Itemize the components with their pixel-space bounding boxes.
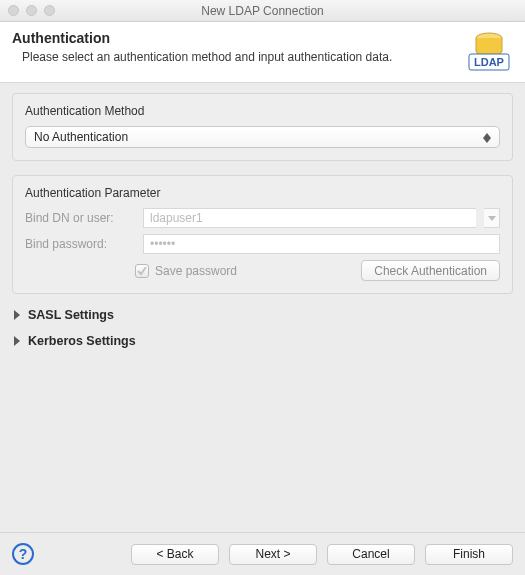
minimize-window-button[interactable]: [26, 5, 37, 16]
auth-method-select[interactable]: No Authentication: [25, 126, 500, 148]
zoom-window-button[interactable]: [44, 5, 55, 16]
auth-method-label: Authentication Method: [25, 104, 500, 118]
finish-button[interactable]: Finish: [425, 544, 513, 565]
sasl-settings-label: SASL Settings: [28, 308, 114, 322]
sasl-settings-toggle[interactable]: SASL Settings: [14, 308, 513, 322]
bind-dn-input: [143, 208, 476, 228]
wizard-footer: ? < Back Next > Cancel Finish: [0, 532, 525, 575]
auth-parameter-label: Authentication Parameter: [25, 186, 500, 200]
window-title: New LDAP Connection: [0, 4, 525, 18]
page-subtitle: Please select an authentication method a…: [12, 50, 455, 64]
traffic-lights: [8, 5, 55, 16]
kerberos-settings-toggle[interactable]: Kerberos Settings: [14, 334, 513, 348]
auth-parameter-group: Authentication Parameter Bind DN or user…: [12, 175, 513, 294]
svg-text:LDAP: LDAP: [474, 56, 504, 68]
bind-dn-label: Bind DN or user:: [25, 211, 135, 225]
triangle-right-icon: [14, 310, 20, 320]
ldap-icon: LDAP: [465, 30, 513, 72]
next-button[interactable]: Next >: [229, 544, 317, 565]
save-password-checkbox: [135, 264, 149, 278]
back-button[interactable]: < Back: [131, 544, 219, 565]
help-button[interactable]: ?: [12, 543, 34, 565]
close-window-button[interactable]: [8, 5, 19, 16]
page-title: Authentication: [12, 30, 455, 46]
chevron-updown-icon: [479, 129, 495, 147]
svg-marker-5: [488, 216, 496, 221]
check-authentication-button: Check Authentication: [361, 260, 500, 281]
auth-method-group: Authentication Method No Authentication: [12, 93, 513, 161]
save-password-label: Save password: [155, 264, 237, 278]
cancel-button[interactable]: Cancel: [327, 544, 415, 565]
bind-password-input: [143, 234, 500, 254]
kerberos-settings-label: Kerberos Settings: [28, 334, 136, 348]
bind-password-label: Bind password:: [25, 237, 135, 251]
triangle-right-icon: [14, 336, 20, 346]
window-titlebar: New LDAP Connection: [0, 0, 525, 22]
auth-method-value: No Authentication: [34, 130, 128, 144]
wizard-body: Authentication Method No Authentication …: [0, 83, 525, 532]
wizard-header: Authentication Please select an authenti…: [0, 22, 525, 83]
svg-marker-4: [483, 138, 491, 143]
bind-dn-history-button: [484, 208, 500, 228]
